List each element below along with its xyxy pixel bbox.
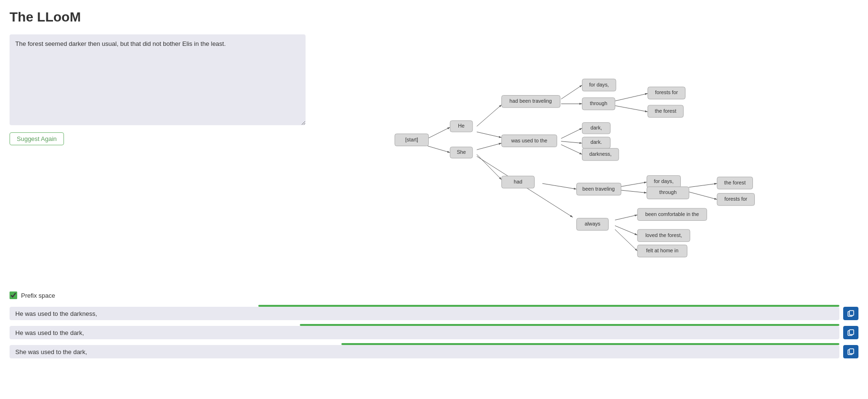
suggest-again-button[interactable]: Suggest Again	[10, 132, 64, 145]
result-text-1: He was used to the darkness,	[15, 310, 97, 317]
top-section: The forest seemed darker then usual, but…	[10, 34, 858, 283]
svg-text:for days,: for days,	[589, 82, 609, 87]
app: The LLooM The forest seemed darker then …	[0, 0, 868, 374]
svg-line-19	[689, 192, 717, 200]
svg-text:was used to the: was used to the	[511, 138, 548, 143]
result-action-btn-1[interactable]	[843, 307, 858, 320]
svg-text:felt at home in: felt at home in	[646, 248, 678, 253]
svg-line-12	[561, 145, 582, 155]
svg-text:for days,: for days,	[654, 178, 673, 184]
bar-fill-2	[300, 324, 839, 326]
result-bar-2: He was used to the dark,	[10, 326, 839, 339]
svg-text:been comfortable in the: been comfortable in the	[645, 211, 699, 217]
svg-text:had been traveling: had been traveling	[509, 98, 552, 104]
svg-line-14	[615, 94, 648, 101]
result-action-btn-2[interactable]	[843, 326, 858, 339]
result-text-3: She was used to the dark,	[15, 348, 87, 356]
svg-line-16	[620, 182, 647, 187]
svg-line-11	[561, 141, 582, 143]
svg-rect-70	[849, 330, 854, 334]
svg-line-4	[477, 132, 502, 138]
svg-line-1	[428, 127, 450, 139]
prefix-label: Prefix space	[21, 292, 55, 299]
svg-text:the forest: the forest	[655, 108, 677, 114]
svg-line-20	[615, 215, 637, 220]
bar-fill-1	[258, 305, 839, 307]
copy-icon	[847, 329, 855, 336]
svg-line-21	[615, 226, 637, 235]
result-action-btn-3[interactable]	[843, 345, 858, 358]
svg-line-22	[615, 229, 637, 251]
copy-icon	[847, 310, 855, 317]
copy-icon	[847, 348, 855, 356]
svg-line-5	[477, 143, 502, 150]
svg-rect-68	[849, 311, 854, 315]
svg-text:darkness,: darkness,	[589, 151, 612, 157]
svg-line-8	[561, 85, 582, 99]
svg-text:dark.: dark.	[591, 139, 602, 145]
result-bar-3: She was used to the dark,	[10, 345, 839, 358]
svg-text:always: always	[584, 221, 600, 226]
svg-line-15	[615, 106, 648, 112]
svg-line-6	[477, 154, 502, 180]
result-row: She was used to the dark,	[10, 345, 858, 358]
svg-line-17	[620, 190, 647, 193]
svg-text:forests for: forests for	[724, 196, 747, 202]
result-row: He was used to the dark,	[10, 326, 858, 339]
result-row: He was used to the darkness,	[10, 307, 858, 320]
result-text-2: He was used to the dark,	[15, 329, 84, 336]
svg-line-13	[542, 183, 577, 189]
svg-text:through: through	[590, 100, 607, 106]
tree-panel: [start] He She had been traveling was us…	[325, 34, 858, 283]
svg-rect-72	[849, 349, 854, 354]
result-bg-1: He was used to the darkness,	[10, 307, 839, 320]
svg-text:the forest: the forest	[724, 180, 746, 185]
svg-text:loved the forest,: loved the forest,	[646, 232, 682, 238]
svg-text:He: He	[458, 123, 465, 129]
svg-text:been traveling: been traveling	[582, 186, 615, 192]
svg-text:dark,: dark,	[591, 125, 602, 130]
prefix-section: Prefix space	[10, 291, 858, 299]
svg-text:through: through	[659, 189, 677, 195]
svg-text:had: had	[514, 179, 522, 184]
svg-line-3	[477, 105, 502, 126]
svg-text:She: She	[457, 149, 466, 155]
svg-text:[start]: [start]	[405, 137, 418, 142]
svg-line-18	[689, 183, 717, 187]
left-panel: The forest seemed darker then usual, but…	[10, 34, 306, 283]
result-bar-1: He was used to the darkness,	[10, 307, 839, 320]
svg-line-10	[561, 128, 582, 139]
prefix-checkbox[interactable]	[10, 291, 17, 299]
tree-diagram: [start] He She had been traveling was us…	[325, 34, 858, 283]
svg-line-2	[428, 146, 450, 153]
result-bg-2: He was used to the dark,	[10, 326, 839, 339]
bar-fill-3	[341, 343, 839, 345]
results-section: He was used to the darkness, He was used…	[10, 307, 858, 358]
svg-text:forests for: forests for	[655, 89, 678, 95]
result-bg-3: She was used to the dark,	[10, 345, 839, 358]
page-title: The LLooM	[10, 10, 858, 25]
text-input[interactable]: The forest seemed darker then usual, but…	[10, 34, 306, 125]
